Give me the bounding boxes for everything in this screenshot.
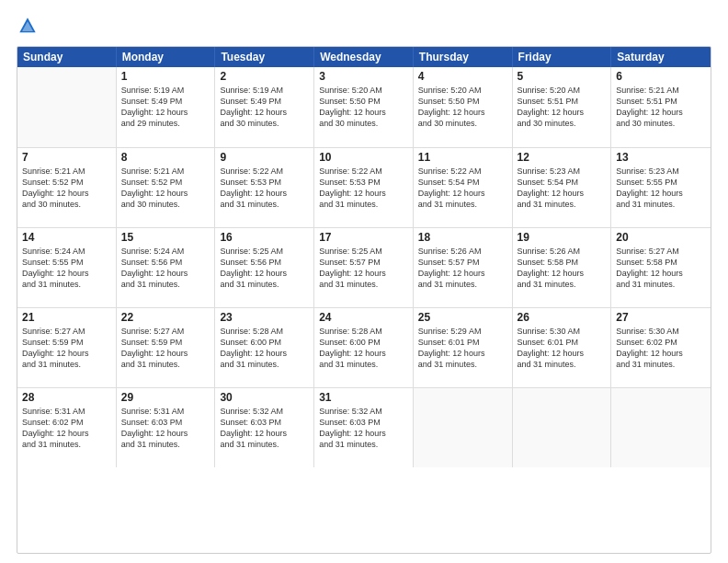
day-cell-29: 29Sunrise: 5:31 AM Sunset: 6:03 PM Dayli… bbox=[117, 388, 216, 467]
day-info: Sunrise: 5:29 AM Sunset: 6:01 PM Dayligh… bbox=[418, 326, 507, 371]
day-info: Sunrise: 5:24 AM Sunset: 5:56 PM Dayligh… bbox=[121, 246, 210, 291]
day-number: 20 bbox=[616, 231, 706, 244]
calendar-header: SundayMondayTuesdayWednesdayThursdayFrid… bbox=[17, 47, 711, 67]
day-info: Sunrise: 5:30 AM Sunset: 6:02 PM Dayligh… bbox=[616, 326, 706, 371]
day-cell-30: 30Sunrise: 5:32 AM Sunset: 6:03 PM Dayli… bbox=[215, 388, 314, 467]
day-info: Sunrise: 5:32 AM Sunset: 6:03 PM Dayligh… bbox=[319, 406, 408, 451]
day-number: 8 bbox=[121, 151, 210, 164]
day-cell-17: 17Sunrise: 5:25 AM Sunset: 5:57 PM Dayli… bbox=[314, 228, 414, 307]
day-number: 25 bbox=[418, 311, 507, 324]
header-day-friday: Friday bbox=[513, 47, 612, 67]
day-cell-26: 26Sunrise: 5:30 AM Sunset: 6:01 PM Dayli… bbox=[513, 308, 612, 387]
day-number: 31 bbox=[319, 391, 408, 404]
day-cell-25: 25Sunrise: 5:29 AM Sunset: 6:01 PM Dayli… bbox=[414, 308, 513, 387]
day-number: 23 bbox=[220, 311, 309, 324]
page: SundayMondayTuesdayWednesdayThursdayFrid… bbox=[0, 0, 728, 563]
day-number: 7 bbox=[22, 151, 111, 164]
day-cell-5: 5Sunrise: 5:20 AM Sunset: 5:51 PM Daylig… bbox=[513, 67, 612, 147]
day-number: 3 bbox=[319, 70, 408, 83]
day-info: Sunrise: 5:20 AM Sunset: 5:50 PM Dayligh… bbox=[418, 85, 507, 130]
day-number: 28 bbox=[22, 391, 111, 404]
day-cell-13: 13Sunrise: 5:23 AM Sunset: 5:55 PM Dayli… bbox=[611, 148, 711, 227]
day-info: Sunrise: 5:27 AM Sunset: 5:59 PM Dayligh… bbox=[22, 326, 111, 371]
empty-cell-4-5 bbox=[513, 388, 612, 467]
day-cell-8: 8Sunrise: 5:21 AM Sunset: 5:52 PM Daylig… bbox=[117, 148, 216, 227]
day-info: Sunrise: 5:31 AM Sunset: 6:02 PM Dayligh… bbox=[22, 406, 111, 451]
week-row-2: 7Sunrise: 5:21 AM Sunset: 5:52 PM Daylig… bbox=[17, 147, 711, 227]
day-cell-22: 22Sunrise: 5:27 AM Sunset: 5:59 PM Dayli… bbox=[117, 308, 216, 387]
day-cell-7: 7Sunrise: 5:21 AM Sunset: 5:52 PM Daylig… bbox=[17, 148, 117, 227]
day-number: 16 bbox=[220, 231, 309, 244]
day-number: 6 bbox=[616, 70, 706, 83]
day-number: 10 bbox=[319, 151, 408, 164]
header-day-thursday: Thursday bbox=[414, 47, 513, 67]
day-number: 11 bbox=[418, 151, 507, 164]
calendar: SundayMondayTuesdayWednesdayThursdayFrid… bbox=[17, 46, 711, 554]
day-cell-23: 23Sunrise: 5:28 AM Sunset: 6:00 PM Dayli… bbox=[215, 308, 314, 387]
week-row-3: 14Sunrise: 5:24 AM Sunset: 5:55 PM Dayli… bbox=[17, 227, 711, 307]
day-info: Sunrise: 5:22 AM Sunset: 5:54 PM Dayligh… bbox=[418, 166, 507, 211]
day-info: Sunrise: 5:26 AM Sunset: 5:58 PM Dayligh… bbox=[518, 246, 607, 291]
day-info: Sunrise: 5:21 AM Sunset: 5:52 PM Dayligh… bbox=[22, 166, 111, 211]
day-info: Sunrise: 5:32 AM Sunset: 6:03 PM Dayligh… bbox=[220, 406, 309, 451]
day-number: 14 bbox=[22, 231, 111, 244]
day-number: 30 bbox=[220, 391, 309, 404]
day-cell-20: 20Sunrise: 5:27 AM Sunset: 5:58 PM Dayli… bbox=[611, 228, 711, 307]
day-info: Sunrise: 5:25 AM Sunset: 5:57 PM Dayligh… bbox=[319, 246, 408, 291]
header-day-sunday: Sunday bbox=[17, 47, 117, 67]
day-number: 12 bbox=[518, 151, 607, 164]
day-cell-10: 10Sunrise: 5:22 AM Sunset: 5:53 PM Dayli… bbox=[314, 148, 414, 227]
day-number: 29 bbox=[121, 391, 210, 404]
day-cell-31: 31Sunrise: 5:32 AM Sunset: 6:03 PM Dayli… bbox=[314, 388, 414, 467]
day-cell-27: 27Sunrise: 5:30 AM Sunset: 6:02 PM Dayli… bbox=[611, 308, 711, 387]
day-info: Sunrise: 5:21 AM Sunset: 5:52 PM Dayligh… bbox=[121, 166, 210, 211]
day-info: Sunrise: 5:22 AM Sunset: 5:53 PM Dayligh… bbox=[319, 166, 408, 211]
day-cell-3: 3Sunrise: 5:20 AM Sunset: 5:50 PM Daylig… bbox=[314, 67, 414, 147]
day-info: Sunrise: 5:31 AM Sunset: 6:03 PM Dayligh… bbox=[121, 406, 210, 451]
day-info: Sunrise: 5:20 AM Sunset: 5:50 PM Dayligh… bbox=[319, 85, 408, 130]
day-number: 17 bbox=[319, 231, 408, 244]
day-info: Sunrise: 5:26 AM Sunset: 5:57 PM Dayligh… bbox=[418, 246, 507, 291]
day-number: 15 bbox=[121, 231, 210, 244]
day-number: 24 bbox=[319, 311, 408, 324]
day-number: 13 bbox=[616, 151, 706, 164]
day-number: 18 bbox=[418, 231, 507, 244]
header-day-tuesday: Tuesday bbox=[215, 47, 314, 67]
empty-cell-0-0 bbox=[17, 67, 117, 147]
day-cell-28: 28Sunrise: 5:31 AM Sunset: 6:02 PM Dayli… bbox=[17, 388, 117, 467]
week-row-1: 1Sunrise: 5:19 AM Sunset: 5:49 PM Daylig… bbox=[17, 67, 711, 147]
day-cell-16: 16Sunrise: 5:25 AM Sunset: 5:56 PM Dayli… bbox=[215, 228, 314, 307]
day-cell-24: 24Sunrise: 5:28 AM Sunset: 6:00 PM Dayli… bbox=[314, 308, 414, 387]
day-number: 2 bbox=[220, 70, 309, 83]
day-info: Sunrise: 5:24 AM Sunset: 5:55 PM Dayligh… bbox=[22, 246, 111, 291]
empty-cell-4-6 bbox=[611, 388, 711, 467]
day-info: Sunrise: 5:28 AM Sunset: 6:00 PM Dayligh… bbox=[220, 326, 309, 371]
day-cell-4: 4Sunrise: 5:20 AM Sunset: 5:50 PM Daylig… bbox=[414, 67, 513, 147]
day-number: 9 bbox=[220, 151, 309, 164]
day-number: 27 bbox=[616, 311, 706, 324]
day-number: 5 bbox=[518, 70, 607, 83]
day-info: Sunrise: 5:30 AM Sunset: 6:01 PM Dayligh… bbox=[518, 326, 607, 371]
day-cell-2: 2Sunrise: 5:19 AM Sunset: 5:49 PM Daylig… bbox=[215, 67, 314, 147]
day-cell-21: 21Sunrise: 5:27 AM Sunset: 5:59 PM Dayli… bbox=[17, 308, 117, 387]
day-number: 4 bbox=[418, 70, 507, 83]
empty-cell-4-4 bbox=[414, 388, 513, 467]
day-info: Sunrise: 5:23 AM Sunset: 5:55 PM Dayligh… bbox=[616, 166, 706, 211]
day-info: Sunrise: 5:22 AM Sunset: 5:53 PM Dayligh… bbox=[220, 166, 309, 211]
header-day-monday: Monday bbox=[117, 47, 216, 67]
day-number: 26 bbox=[518, 311, 607, 324]
day-info: Sunrise: 5:19 AM Sunset: 5:49 PM Dayligh… bbox=[121, 85, 210, 130]
day-cell-11: 11Sunrise: 5:22 AM Sunset: 5:54 PM Dayli… bbox=[414, 148, 513, 227]
logo-icon bbox=[18, 17, 37, 35]
week-row-4: 21Sunrise: 5:27 AM Sunset: 5:59 PM Dayli… bbox=[17, 307, 711, 387]
day-cell-6: 6Sunrise: 5:21 AM Sunset: 5:51 PM Daylig… bbox=[611, 67, 711, 147]
week-row-5: 28Sunrise: 5:31 AM Sunset: 6:02 PM Dayli… bbox=[17, 387, 711, 467]
day-number: 1 bbox=[121, 70, 210, 83]
day-number: 19 bbox=[518, 231, 607, 244]
header bbox=[17, 17, 711, 39]
day-info: Sunrise: 5:27 AM Sunset: 5:58 PM Dayligh… bbox=[616, 246, 706, 291]
day-info: Sunrise: 5:19 AM Sunset: 5:49 PM Dayligh… bbox=[220, 85, 309, 130]
day-cell-12: 12Sunrise: 5:23 AM Sunset: 5:54 PM Dayli… bbox=[513, 148, 612, 227]
day-cell-19: 19Sunrise: 5:26 AM Sunset: 5:58 PM Dayli… bbox=[513, 228, 612, 307]
day-info: Sunrise: 5:20 AM Sunset: 5:51 PM Dayligh… bbox=[518, 85, 607, 130]
